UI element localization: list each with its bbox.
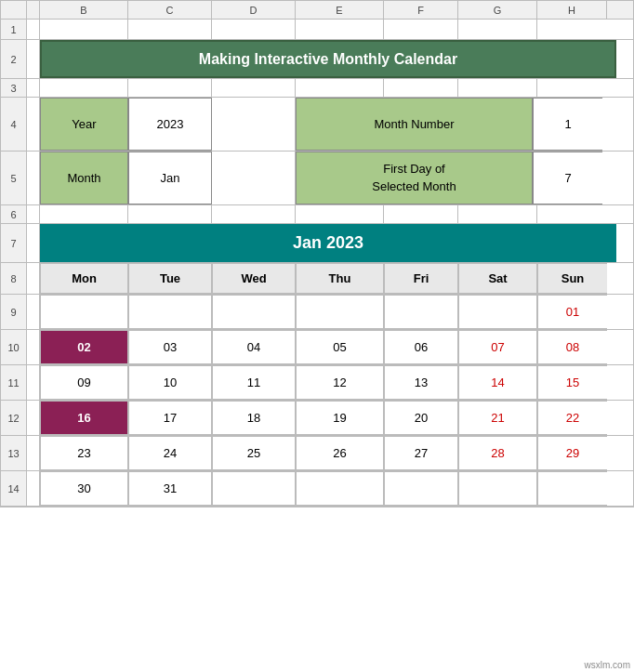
cell-a11 [27,365,40,400]
calendar-header-text: Jan 2023 [293,233,363,253]
cell-a8 [27,263,40,294]
cell-c6 [128,205,212,223]
cal-w4-thu: 19 [296,401,384,435]
cell-a1 [27,20,40,39]
row-10: 10 02 03 04 05 06 07 08 [1,330,633,365]
cell-a6 [27,205,40,223]
cal-w6-sat [458,471,537,506]
cal-w5-wed: 25 [212,436,296,470]
cell-a12 [27,401,40,435]
row-header-3: 3 [1,79,27,97]
row-header-1: 1 [1,20,27,39]
cell-h6 [537,205,607,223]
month-number-value[interactable]: 1 [533,98,602,151]
cal-w1-sun: 01 [537,295,607,329]
row-4: 4 Year 2023 Month Number 1 [1,98,633,152]
cell-a10 [27,330,40,364]
col-header-e: E [296,1,384,19]
row-header-5: 5 [1,152,27,204]
row-header-14: 14 [1,471,27,506]
row-14: 14 30 31 [1,471,633,507]
row-8: 8 Mon Tue Wed Thu Fri Sat Sun [1,263,633,295]
cell-a9 [27,295,40,329]
row-header-11: 11 [1,365,27,400]
title-cell: Making Interactive Monthly Calendar [40,40,616,78]
cal-w5-thu: 26 [296,436,384,470]
col-header-empty [27,1,40,19]
row-header-9: 9 [1,295,27,329]
cell-f3 [384,79,458,97]
corner-cell [1,1,27,19]
day-mon: Mon [40,263,128,294]
cal-w1-mon [40,295,128,329]
year-label: Year [40,98,128,151]
cell-g6 [458,205,537,223]
cal-w6-fri [384,471,458,506]
col-header-b: B [40,1,128,19]
watermark: wsxlm.com [585,660,630,670]
cell-b6 [40,205,128,223]
cal-w4-mon: 16 [40,401,128,435]
cal-w3-wed: 11 [212,365,296,400]
cell-a5 [27,152,40,204]
cal-w6-wed [212,471,296,506]
row-11: 11 09 10 11 12 13 14 15 [1,365,633,401]
month-label: Month [40,152,128,204]
cell-f6 [384,205,458,223]
day-thu: Thu [296,263,384,294]
cal-w3-fri: 13 [384,365,458,400]
month-value[interactable]: Jan [128,152,212,204]
cell-d5 [212,152,296,204]
cell-a13 [27,436,40,470]
row-header-2: 2 [1,40,27,78]
cal-w3-mon: 09 [40,365,128,400]
col-header-c: C [128,1,212,19]
cal-w1-tue [128,295,212,329]
cal-w2-sat: 07 [458,330,537,364]
cell-d1 [212,20,296,39]
row-header-4: 4 [1,98,27,151]
cell-d6 [212,205,296,223]
cal-w2-tue: 03 [128,330,212,364]
row-6: 6 [1,205,633,224]
row-header-7: 7 [1,224,27,262]
cell-a2 [27,40,40,78]
cal-w5-sun: 29 [537,436,607,470]
cal-w3-thu: 12 [296,365,384,400]
row-7: 7 Jan 2023 [1,224,633,263]
row-9: 9 01 [1,295,633,330]
row-13: 13 23 24 25 26 27 28 29 [1,436,633,471]
cal-w5-tue: 24 [128,436,212,470]
cal-w4-wed: 18 [212,401,296,435]
row-header-13: 13 [1,436,27,470]
first-day-value[interactable]: 7 [533,152,602,204]
cell-g3 [458,79,537,97]
row-header-12: 12 [1,401,27,435]
cal-w2-fri: 06 [384,330,458,364]
year-value[interactable]: 2023 [128,98,212,151]
cell-f1 [384,20,458,39]
cell-d4 [212,98,296,151]
row-header-8: 8 [1,263,27,294]
cal-w1-fri [384,295,458,329]
cal-w2-wed: 04 [212,330,296,364]
cal-w1-wed [212,295,296,329]
row-12: 12 16 17 18 19 20 21 22 [1,401,633,436]
row-1: 1 [1,20,633,40]
cal-w2-mon: 02 [40,330,128,364]
cell-c1 [128,20,212,39]
day-tue: Tue [128,263,212,294]
title-text: Making Interactive Monthly Calendar [199,51,457,68]
cell-e1 [296,20,384,39]
cal-w4-sun: 22 [537,401,607,435]
cell-h1 [537,20,607,39]
cell-a4 [27,98,40,151]
cell-a3 [27,79,40,97]
col-header-d: D [212,1,296,19]
cal-w3-tue: 10 [128,365,212,400]
cal-w6-mon: 30 [40,471,128,506]
cell-a7 [27,224,40,262]
month-number-label: Month Number [296,98,533,151]
day-sun: Sun [537,263,607,294]
day-fri: Fri [384,263,458,294]
